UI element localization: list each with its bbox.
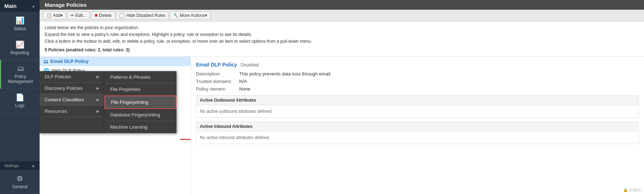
menu-item-content-classifiers[interactable]: Content Classifiers ▶ — [40, 94, 104, 106]
delete-icon: ✖ — [94, 13, 98, 18]
reporting-icon: 📈 — [15, 40, 24, 49]
detail-policy-owners-value: None — [239, 86, 250, 92]
detail-trusted-domains-field: Trusted domains: N/A — [196, 79, 639, 84]
info-line3: Click a button in the toolbar to add, ed… — [45, 38, 639, 45]
info-line2: Expand the tree to view a policy's rules… — [45, 31, 639, 38]
detail-description-value: This policy prevents data loss through e… — [239, 71, 332, 77]
logs-icon: 📄 — [15, 93, 24, 102]
submenu-patterns-phrases-label: Patterns & Phrases — [110, 74, 151, 80]
sidebar-label-policy-management: Policy Management — [3, 74, 38, 84]
inbound-section-title: Active Inbound Attributes — [196, 122, 639, 131]
main-content: Manage Policies 📋 Add▾ ✏ Edit... ✖ Delet… — [40, 0, 644, 194]
detail-description-field: Description: This policy prevents data l… — [196, 71, 639, 77]
content-classifiers-chevron-icon: ▶ — [97, 98, 99, 102]
edit-icon: ✏ — [71, 13, 74, 18]
add-label: Add▾ — [53, 13, 63, 18]
inbound-section-body: No active inbound attributes defined. — [196, 131, 639, 144]
delete-button[interactable]: ✖ Delete — [91, 11, 115, 19]
menu-item-resources-label: Resources — [45, 108, 67, 114]
watermark-icon: 🔒 — [623, 188, 628, 192]
sidebar-item-policy-management[interactable]: 🗂 Policy Management — [0, 60, 40, 89]
policy-count: 5 Policies (enabled rules: 2, total rule… — [45, 47, 639, 54]
discovery-policies-chevron-icon: ▶ — [97, 86, 99, 90]
outbound-section: Active Outbound Attributes No active out… — [196, 95, 639, 118]
menu-item-discovery-policies[interactable]: Discovery Policies ▶ — [40, 83, 104, 94]
menu-level1: DLP Policies ▶ Discovery Policies ▶ Cont… — [40, 71, 104, 133]
tree-item-email-dlp[interactable]: 🗂 Email DLP Policy — [40, 57, 191, 66]
sidebar-title: Main — [4, 3, 17, 9]
submenu-item-machine-learning[interactable]: Machine Learning — [104, 121, 176, 133]
tree-item-email-dlp-label: Email DLP Policy — [50, 59, 89, 64]
detail-status-badge: Disabled — [241, 62, 259, 68]
sidebar-item-status[interactable]: 📊 Status — [0, 12, 40, 36]
resources-chevron-icon: ▶ — [97, 109, 99, 113]
detail-policy-owners-label: Policy owners: — [196, 86, 239, 92]
watermark: 🔒 亿域云 — [623, 187, 641, 193]
sidebar-label-logs: Logs — [15, 103, 24, 108]
info-line1: Listed below are the policies in your or… — [45, 24, 639, 31]
page-title: Manage Policies — [45, 2, 87, 8]
menu-item-resources[interactable]: Resources ▶ — [40, 106, 104, 117]
detail-title: Email DLP Policy Disabled — [196, 62, 639, 68]
submenu-item-database-fingerprinting[interactable]: Database Fingerprinting — [104, 109, 176, 121]
submenu-file-properties-label: File Properties — [110, 87, 140, 92]
hide-disabled-checkbox[interactable] — [120, 13, 124, 18]
policy-management-icon: 🗂 — [17, 64, 24, 73]
menu-item-discovery-policies-label: Discovery Policies — [45, 86, 82, 91]
sidebar-collapse-icon[interactable]: ▲ — [32, 4, 35, 8]
menu-item-dlp-policies[interactable]: DLP Policies ▶ — [40, 71, 104, 83]
submenu-item-file-fingerprinting[interactable]: File Fingerprinting — [104, 96, 176, 109]
annotation-arrow-svg — [176, 129, 191, 150]
submenu-database-fingerprinting-label: Database Fingerprinting — [110, 112, 160, 117]
inbound-section: Active Inbound Attributes No active inbo… — [196, 121, 639, 144]
watermark-text: 亿域云 — [629, 188, 641, 192]
submenu-item-patterns-phrases[interactable]: Patterns & Phrases — [104, 71, 176, 83]
sidebar: Main ▲ 📊 Status 📈 Reporting 🗂 Policy Man… — [0, 0, 40, 194]
menu-item-dlp-policies-label: DLP Policies — [45, 74, 71, 79]
email-dlp-icon: 🗂 — [43, 59, 48, 64]
outbound-section-body: No active outbound attributes defined. — [196, 105, 639, 117]
submenu-machine-learning-label: Machine Learning — [110, 124, 147, 130]
detail-description-label: Description: — [196, 71, 239, 77]
more-actions-button[interactable]: 🔧 More Actions▾ — [170, 11, 210, 19]
sidebar-label-reporting: Reporting — [10, 50, 29, 55]
more-actions-icon: 🔧 — [173, 13, 179, 18]
hide-disabled-button[interactable]: Hide Disabled Rules — [116, 11, 169, 19]
menu-item-content-classifiers-label: Content Classifiers — [45, 97, 84, 102]
detail-policy-owners-field: Policy owners: None — [196, 86, 639, 92]
split-pane: 🗂 Email DLP Policy 🌐 Web DLP Policy DLP … — [40, 57, 644, 194]
delete-label: Delete — [99, 13, 112, 18]
info-area: Listed below are the policies in your or… — [40, 22, 644, 57]
sidebar-label-general: General — [12, 184, 28, 189]
settings-label: Settings — [4, 163, 19, 168]
annotation-container: 自定义文件指纹内容 — [176, 129, 191, 151]
detail-trusted-domains-label: Trusted domains: — [196, 79, 239, 84]
detail-panel: Email DLP Policy Disabled Description: T… — [191, 57, 644, 194]
sidebar-item-logs[interactable]: 📄 Logs — [0, 89, 40, 113]
more-actions-label: More Actions▾ — [180, 13, 207, 18]
settings-chevron-icon: ▲ — [31, 163, 35, 168]
submenu-item-file-properties[interactable]: File Properties — [104, 83, 176, 96]
hide-disabled-label: Hide Disabled Rules — [126, 13, 166, 18]
toolbar: 📋 Add▾ ✏ Edit... ✖ Delete Hide Disabled … — [40, 10, 644, 22]
settings-section-header: Settings ▲ — [0, 161, 40, 170]
tree-panel: 🗂 Email DLP Policy 🌐 Web DLP Policy DLP … — [40, 57, 191, 194]
status-icon: 📊 — [15, 16, 24, 25]
dlp-policies-chevron-icon: ▶ — [97, 75, 99, 79]
detail-trusted-domains-value: N/A — [239, 79, 247, 84]
sidebar-label-status: Status — [14, 26, 26, 31]
sidebar-header: Main ▲ — [0, 0, 40, 12]
sidebar-item-general[interactable]: ⚙ General — [0, 170, 40, 194]
general-icon: ⚙ — [17, 174, 23, 183]
edit-label: Edit... — [75, 13, 86, 18]
submenu-file-fingerprinting-label: File Fingerprinting — [111, 100, 148, 105]
add-button[interactable]: 📋 Add▾ — [43, 11, 66, 19]
context-menu-overlay: DLP Policies ▶ Discovery Policies ▶ Cont… — [40, 71, 176, 133]
sidebar-item-reporting[interactable]: 📈 Reporting — [0, 36, 40, 60]
outbound-section-title: Active Outbound Attributes — [196, 96, 639, 105]
detail-title-link[interactable]: Email DLP Policy — [196, 62, 237, 68]
page-title-bar: Manage Policies — [40, 0, 644, 10]
edit-button[interactable]: ✏ Edit... — [67, 11, 90, 19]
add-icon: 📋 — [46, 13, 52, 18]
menu-level2: Patterns & Phrases File Properties File … — [104, 71, 176, 133]
